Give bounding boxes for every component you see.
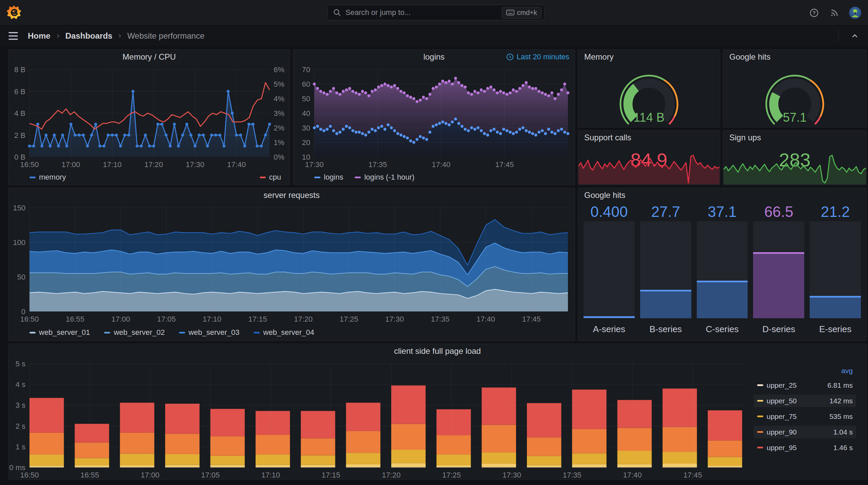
user-avatar[interactable]: [849, 7, 861, 19]
bar-gauge-column[interactable]: 21.2E-series: [810, 202, 861, 336]
panel-title[interactable]: Memory: [578, 50, 720, 64]
breadcrumb: Home Dashboards Website performance: [28, 31, 204, 41]
legend-label: cpu: [269, 173, 281, 182]
legend-cpu[interactable]: cpu: [260, 173, 281, 182]
svg-text:1 s: 1 s: [16, 443, 25, 451]
search-box[interactable]: cmd+k: [328, 5, 545, 20]
mem-cpu-svg[interactable]: 0 B2 B4 B6 B8 B0%1%2%3%4%5%6%16:5017:001…: [8, 64, 290, 170]
svg-text:17:35: 17:35: [431, 315, 450, 323]
legend-chip: [757, 400, 763, 402]
svg-text:17:10: 17:10: [203, 315, 221, 323]
sign-ups-sparkline[interactable]: [724, 153, 866, 184]
legend-chip: [179, 332, 185, 334]
memory-cpu-chart[interactable]: 0 B2 B4 B6 B8 B0%1%2%3%4%5%6%16:5017:001…: [8, 64, 290, 170]
bar-fill: [810, 296, 861, 318]
clock-icon: [506, 53, 514, 61]
bar-gauge-column[interactable]: 37.1C-series: [697, 202, 748, 336]
legend-upper_75[interactable]: upper_75535 ms: [754, 410, 856, 423]
legend-avg-value: 535 ms: [829, 412, 853, 421]
crumb-actions: [839, 26, 868, 46]
news-rss-icon[interactable]: [829, 7, 840, 19]
svg-text:17:20: 17:20: [294, 315, 313, 323]
logins-svg[interactable]: 1020304050607017:3017:3517:4017:45: [293, 64, 575, 170]
svg-text:17:00: 17:00: [112, 315, 130, 323]
panel-title[interactable]: server requests: [8, 188, 575, 202]
server-requests-chart[interactable]: 05010015016:5016:5517:0017:0517:1017:151…: [8, 202, 575, 324]
breadcrumb-home[interactable]: Home: [28, 31, 51, 41]
legend-web_server_04[interactable]: web_server_04: [254, 328, 314, 337]
legend-label: upper_75: [767, 412, 797, 421]
panel-title[interactable]: Support calls: [578, 130, 720, 145]
help-icon[interactable]: ?: [808, 7, 820, 19]
svg-text:17:40: 17:40: [623, 471, 642, 479]
legend-upper_25[interactable]: upper_256.81 ms: [754, 379, 856, 391]
memory-gauge[interactable]: 114 B: [578, 64, 720, 126]
bar-category-label: C-series: [697, 318, 748, 336]
google-hits-bar-gauge[interactable]: 0.400A-series27.7B-series37.1C-series66.…: [578, 202, 866, 339]
panel-sign-ups: Sign ups 283: [723, 130, 867, 185]
panel-logins: logins Last 20 minutes 1020304050607017:…: [293, 49, 575, 185]
client-load-chart[interactable]: 0 ms1 s2 s3 s4 s5 s16:5016:5517:0017:051…: [8, 358, 754, 480]
legend-chip: [757, 447, 763, 448]
google-gauge-svg[interactable]: 57.1: [723, 64, 866, 126]
support-calls-sparkline[interactable]: [578, 153, 719, 184]
bar-track: [753, 221, 804, 318]
legend-upper_95[interactable]: upper_951.46 s: [754, 441, 856, 454]
svg-text:16:50: 16:50: [20, 160, 39, 169]
legend-chip: [260, 177, 266, 178]
logins-chart[interactable]: 1020304050607017:3017:3517:4017:45: [293, 64, 575, 170]
bar-value: 66.5: [753, 202, 804, 221]
legend-web_server_02[interactable]: web_server_02: [104, 328, 164, 337]
legend-upper_50[interactable]: upper_50142 ms: [754, 395, 856, 407]
svg-text:6 B: 6 B: [14, 87, 25, 96]
breadcrumb-current: Website performance: [127, 31, 204, 41]
chevron-up-icon[interactable]: [849, 30, 861, 42]
panel-title[interactable]: Google hits: [578, 188, 866, 202]
grafana-logo-icon[interactable]: [6, 5, 22, 20]
bar-value: 27.7: [640, 202, 691, 221]
time-range-label: Last 20 minutes: [517, 53, 569, 61]
keyboard-icon: [506, 9, 514, 16]
bar-gauge-column[interactable]: 27.7B-series: [640, 202, 691, 336]
bar-gauge-column[interactable]: 0.400A-series: [584, 202, 635, 336]
panel-title[interactable]: Google hits: [723, 50, 866, 64]
client-load-svg[interactable]: 0 ms1 s2 s3 s4 s5 s16:5016:5517:0017:051…: [8, 358, 754, 480]
svg-text:17:30: 17:30: [186, 160, 204, 169]
legend-logins[interactable]: logins: [314, 173, 343, 182]
legend-web_server_03[interactable]: web_server_03: [179, 328, 239, 337]
legend-logins-1hour[interactable]: logins (-1 hour): [355, 173, 414, 182]
search-icon: [333, 8, 341, 17]
svg-text:17:35: 17:35: [563, 471, 581, 479]
legend-label: memory: [39, 173, 66, 182]
support-calls-svg[interactable]: [578, 153, 719, 184]
svg-text:17:45: 17:45: [495, 160, 514, 169]
svg-text:17:10: 17:10: [103, 160, 122, 169]
legend-memory[interactable]: memory: [29, 173, 66, 182]
search-input[interactable]: [345, 8, 502, 17]
legend-chip: [757, 431, 763, 433]
server-requests-svg[interactable]: 05010015016:5016:5517:0017:0517:1017:151…: [8, 202, 575, 324]
svg-text:17:05: 17:05: [157, 315, 176, 323]
panel-title[interactable]: logins Last 20 minutes: [293, 50, 575, 64]
svg-text:4%: 4%: [274, 95, 284, 103]
google-hits-gauge[interactable]: 57.1: [723, 64, 866, 126]
legend-label: web_server_01: [39, 328, 90, 337]
svg-text:40: 40: [302, 109, 310, 118]
svg-text:17:40: 17:40: [432, 160, 450, 169]
memory-gauge-svg[interactable]: 114 B: [578, 64, 720, 126]
menu-icon[interactable]: [8, 32, 18, 40]
panel-title[interactable]: client side full page load: [8, 344, 866, 358]
svg-text:17:15: 17:15: [322, 471, 340, 479]
bar-category-label: E-series: [810, 318, 861, 336]
panel-title[interactable]: Memory / CPU: [8, 50, 290, 64]
panel-title[interactable]: Sign ups: [723, 130, 866, 145]
breadcrumb-dashboards[interactable]: Dashboards: [65, 31, 113, 41]
svg-text:50: 50: [302, 95, 310, 103]
sign-ups-svg[interactable]: [724, 153, 866, 184]
legend-upper_90[interactable]: upper_901.04 s: [754, 426, 856, 438]
legend-web_server_01[interactable]: web_server_01: [29, 328, 90, 337]
bar-gauge-column[interactable]: 66.5D-series: [753, 202, 804, 336]
svg-text:17:15: 17:15: [248, 315, 267, 323]
time-range-badge[interactable]: Last 20 minutes: [506, 50, 569, 64]
svg-text:17:20: 17:20: [382, 471, 400, 479]
